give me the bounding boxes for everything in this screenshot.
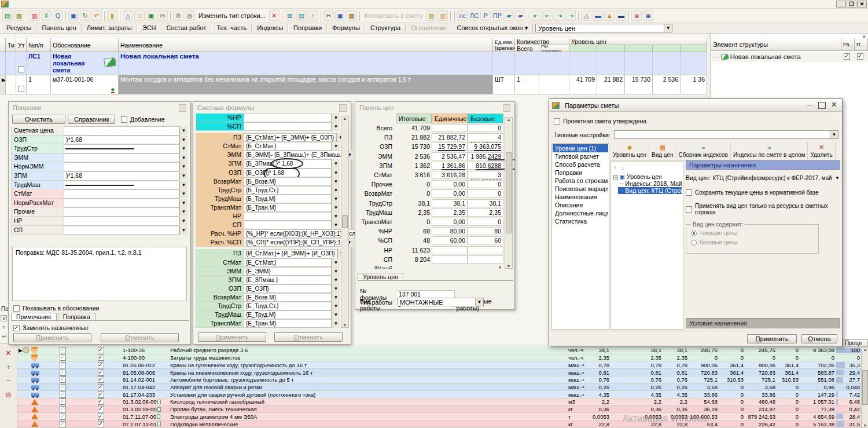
col-header-qty-total[interactable]: Всего [515,45,539,52]
show-in-justification-row[interactable]: Показывать в обосновании [13,305,99,312]
correction-note[interactable]: Поправка: МДС 81-35.2004, прил.1, т.2, п… [12,247,187,301]
structure-col-ra[interactable]: Ра... [841,38,855,51]
cell-v3[interactable] [625,52,653,75]
chevron-down-icon[interactable]: ▼ [179,226,187,235]
cell-pz[interactable]: 21 882 [597,75,625,94]
price-base-value[interactable]: 0 [468,218,503,226]
chevron-down-icon[interactable]: ▼ [332,319,340,328]
resource-checkbox-2[interactable] [98,398,104,405]
col-header-ut[interactable]: Ут [16,38,27,52]
tab-correction[interactable]: Поправка [58,313,95,320]
paste-to-estimate-icon[interactable]: ▥ [437,10,448,21]
price-unit-value[interactable]: 0,00 [432,180,468,188]
chevron-down-icon[interactable]: ▼ [332,177,340,186]
cell-num[interactable]: ЛС1 [27,52,51,75]
price-base-value[interactable]: 0 [468,189,503,197]
refresh-icon[interactable]: ↻ [80,10,90,21]
resource-row[interactable]: ▶ 01.3.02.08-00 Кислород технический газ… [17,398,861,406]
chevron-down-icon[interactable]: ▼ [179,207,187,216]
cancel-button[interactable]: Отменить [274,332,343,342]
col-header-percent[interactable]: Проце [843,339,868,347]
price-base-value[interactable] [468,255,503,264]
correction-value-input[interactable] [64,217,179,226]
tab[interactable]: Панель цен [36,24,81,32]
price-kind-value[interactable]: КТЦ (Стройинформресурс) к ФЕР-2017, май … [712,175,833,181]
resources-scrollbar[interactable]: ▲▼ [861,347,868,428]
resource-row[interactable]: ▶ 1-100-36 Рабочий среднего разряда 3.6 … [17,347,861,354]
correction-value-input[interactable]: )*1,68 [64,171,179,181]
resource-checkbox-1[interactable] [60,347,66,353]
binoculars-icon[interactable]: ◎ [185,10,195,21]
params-nav-item[interactable]: Наименования [553,193,608,201]
chevron-down-icon[interactable]: ▼ [332,212,340,221]
tree-child[interactable]: ─ Индексы: 2018, Май, И [618,180,682,187]
cell-justification[interactable]: Новая локальная смета [51,52,119,75]
cell-name[interactable]: Монтаж сосудов и аппаратов без механизмо… [119,75,493,94]
col-header-ozp[interactable] [625,45,653,52]
cell-justification[interactable]: м37-01-001-06 ◆ [51,75,119,94]
cancel-button[interactable]: Отменить [101,333,179,342]
resource-checkbox-1[interactable] [60,398,66,405]
chevron-down-icon[interactable]: ▼ [179,189,187,198]
structure-checkbox-p[interactable] [857,53,863,60]
tree-icon[interactable]: ⊞ [285,10,295,21]
outdent-icon[interactable]: ⇤ [531,10,541,21]
close-button[interactable]: ✕ [857,1,867,8]
formulas-scrollbar[interactable]: ▲▼ [341,116,349,328]
resource-row[interactable]: ▶ 01.7.11.07-00 Электроды диаметром 4 мм… [17,413,861,420]
close-icon[interactable] [503,104,510,112]
cell-ut[interactable] [16,52,27,75]
cell-qty-unit[interactable] [539,75,569,94]
resource-checkbox-2[interactable] [98,347,104,353]
params-nav-item[interactable]: Способ расчета [553,160,608,169]
formula-value-input[interactable]: {%_НР}* если({ХОЗ};{К_НР_ХОЗ};1)* если({… [244,229,369,238]
resource-checkbox-2[interactable] [98,370,104,376]
correction-value-input[interactable] [64,153,179,163]
undo-icon[interactable]: ↶ [91,10,102,21]
work-type-combo[interactable]: МОНТАЖНЫЕ▼ [397,298,484,306]
price-unit-value[interactable]: 80,00 [432,227,468,235]
replace-assigned-checkbox[interactable] [13,325,20,331]
resource-checkbox-1[interactable] [60,414,66,420]
price-level-combo[interactable]: Уровень цен ▼ [535,24,672,32]
price-unit-value[interactable] [432,124,468,132]
chevron-down-icon[interactable]: ▼ [332,186,340,195]
tab-note[interactable]: Примечание [11,313,57,320]
move-up-icon[interactable]: ↑ [308,10,318,21]
chevron-down-icon[interactable]: ▼ [664,24,672,32]
price-unit-value[interactable]: 2 536,47 [432,152,468,160]
preview-icon[interactable]: Q [53,10,63,21]
structure-item[interactable]: ── Новая локальная смета [711,52,868,61]
show-in-justification-checkbox[interactable] [13,305,20,312]
price-base-value[interactable]: 2,35 [468,208,503,217]
correction-value-input[interactable] [64,162,179,171]
col-header-num[interactable]: №п/п [27,38,51,52]
chevron-down-icon[interactable]: ▼ [835,175,840,181]
close-icon[interactable]: ✕ [829,101,839,109]
r-icon[interactable]: Р [480,10,491,21]
formula-value-input[interactable]: {И_Ст.Мат.}+ {И_ЭММ}+ {И_ОЗП} [244,249,337,258]
lock-icon[interactable]: ▮ [107,10,117,21]
formula-value-input[interactable]: {Б_Тран.М} [244,203,332,212]
resource-checkbox-1[interactable] [60,370,66,376]
structure-header[interactable]: Элемент структуры [711,38,841,51]
formula-value-input[interactable]: {Е_Труд.Ст.} [244,302,332,310]
maximize-icon[interactable] [818,102,826,109]
tab[interactable]: ЭСН [137,24,161,32]
cell-v4[interactable] [653,52,681,75]
price-unit-value[interactable]: 1 361,86 [432,162,468,170]
resource-checkbox-1[interactable] [60,384,66,390]
formula-value-input[interactable]: {Б_Возв.М} [244,177,332,186]
chevron-down-icon[interactable]: ▼ [179,199,187,207]
close-icon[interactable]: x [1,315,7,321]
cell-name[interactable]: Новая локальная смета [119,52,493,75]
tab[interactable]: Тех. часть [211,24,252,32]
cell-price-total[interactable]: 41 709 [569,75,597,94]
formula-value-input[interactable]: {Б_Труд.Ст.} [244,186,332,195]
cell-unit[interactable] [493,52,515,75]
cell-zpm[interactable]: 1 36 [681,75,707,94]
chevron-down-icon[interactable]: ▼ [332,169,340,177]
price-unit-value[interactable]: 21 882,72 [432,133,468,141]
move-up-icon[interactable]: ↑ [613,164,617,171]
comment-icon[interactable]: ✉ [157,10,168,21]
